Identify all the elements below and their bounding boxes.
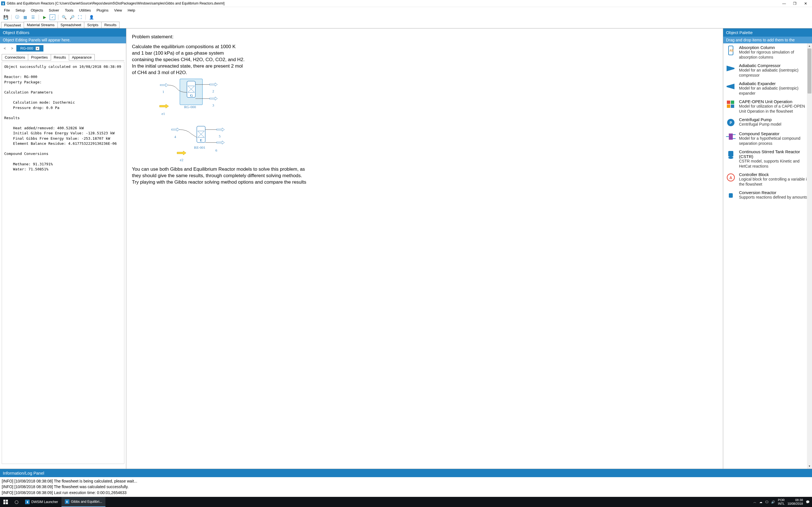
subtab-connections[interactable]: Connections (2, 54, 28, 61)
separator-icon (725, 131, 736, 142)
object-tab[interactable]: RG-000 × (16, 45, 43, 52)
controller-icon: A (725, 172, 736, 183)
scrollbar-thumb[interactable] (808, 48, 811, 94)
cstr-icon (725, 149, 736, 160)
palette-item-title: Absorption Column (739, 45, 810, 50)
menu-tools[interactable]: Tools (62, 8, 76, 13)
palette-item-title: Controller Block (739, 172, 810, 177)
menu-objects[interactable]: Objects (28, 8, 46, 13)
sliders-icon[interactable]: ☰ (30, 14, 36, 20)
flowsheet-diagram: G RG-000 1 2 3 e1 (132, 76, 234, 166)
menu-setup[interactable]: Setup (13, 8, 28, 13)
svg-rect-25 (6, 502, 8, 504)
tray-chevron-icon[interactable]: ︿ (753, 500, 756, 504)
tab-spreadsheet[interactable]: Spreadsheet (57, 22, 85, 28)
palette-item-conversion-reactor[interactable]: Conversion ReactorSupports reactions def… (723, 188, 812, 203)
object-tab-close-icon[interactable]: × (36, 47, 40, 50)
stream-arrow-icon[interactable] (216, 141, 224, 144)
pump-icon: P (725, 117, 736, 128)
tray-date[interactable]: 10/08/2018 (788, 502, 803, 506)
grid-icon[interactable]: ▦ (22, 14, 28, 20)
flowsheet-notes: You can use both Gibbs and Equilibrium R… (132, 166, 307, 186)
palette-item-desc: Model for an adiabatic (isentropic) expa… (739, 86, 810, 96)
palette-item-title: Compound Separator (739, 131, 810, 136)
palette-list[interactable]: AB Absorption ColumnModel for rigorous s… (723, 43, 812, 469)
svg-rect-23 (6, 500, 8, 502)
taskbar-app-gibbs[interactable]: ▮Gibbs and Equilibri... (61, 497, 106, 507)
subtab-results[interactable]: Results (51, 54, 69, 61)
cortana-button[interactable]: ◯ (11, 497, 22, 507)
stream-arrow-icon[interactable] (209, 97, 217, 100)
subtab-properties[interactable]: Properties (28, 54, 51, 61)
menu-file[interactable]: File (1, 8, 13, 13)
taskbar-app-dwsim-launcher[interactable]: ▮DWSIM Launcher (22, 497, 61, 507)
nav-next-button[interactable]: > (9, 45, 15, 52)
start-button[interactable] (0, 497, 11, 507)
palette-item-centrifugal-pump[interactable]: P Centrifugal PumpCentrifugal Pump model (723, 115, 812, 129)
palette-item-adiabatic-compressor[interactable]: Adiabatic CompressorModel for an adiabat… (723, 61, 812, 79)
close-button[interactable]: ✕ (800, 0, 811, 6)
tab-flowsheet[interactable]: Flowsheet (1, 22, 24, 29)
log-line: [INFO] [10/08/2018 08:38:08] The flowshe… (2, 478, 810, 484)
menu-view[interactable]: View (111, 8, 125, 13)
object-tab-label: RG-000 (20, 46, 33, 50)
palette-item-adiabatic-expander[interactable]: Adiabatic ExpanderModel for an adiabatic… (723, 79, 812, 98)
minimize-button[interactable]: — (779, 0, 790, 6)
settings-icon[interactable]: ⓘ (14, 14, 20, 20)
stream-arrow-icon[interactable] (209, 83, 217, 86)
system-tray: ︿ ☁ 🖵 🔊 POR INTL 08:38 10/08/2018 💬 (753, 498, 812, 505)
zoom-fit-icon[interactable]: ⛶ (77, 14, 83, 20)
menu-solver[interactable]: Solver (46, 8, 62, 13)
palette-item-absorption-column[interactable]: AB Absorption ColumnModel for rigorous s… (723, 43, 812, 61)
energy-stream-icon[interactable] (160, 104, 168, 108)
tab-results[interactable]: Results (101, 22, 119, 28)
tray-keyboard[interactable]: INTL (778, 502, 784, 506)
nav-prev-button[interactable]: < (2, 45, 8, 52)
stream-arrow-icon[interactable] (216, 128, 224, 131)
stream-label: 1 (162, 90, 164, 94)
results-output[interactable]: Object successfully calculated on 10/08/… (2, 62, 124, 464)
flowsheet-canvas[interactable]: Problem statement: Calculate the equilib… (126, 29, 723, 469)
palette-item-cape-open[interactable]: CAPE-OPEN Unit OperationModel for utiliz… (723, 98, 812, 115)
stream-arrow-icon[interactable] (160, 83, 168, 87)
tray-onedrive-icon[interactable]: ☁ (759, 500, 762, 504)
scroll-up-icon[interactable]: ▲ (807, 43, 812, 48)
object-editors-panel: Object Editors Object Editing Panels wil… (0, 29, 126, 469)
palette-item-desc: CSTR model, supports Kinetic and HetCat … (739, 159, 810, 169)
zoom-in-icon[interactable]: 🔍 (61, 14, 67, 20)
tray-volume-icon[interactable]: 🔊 (771, 500, 775, 504)
palette-item-cstr[interactable]: Continuous Stirred Tank Reactor (CSTR)CS… (723, 148, 812, 170)
stream-arrow-icon[interactable] (171, 128, 179, 131)
check-icon[interactable]: ✓ (50, 14, 55, 20)
maximize-button[interactable]: ❐ (790, 0, 800, 6)
palette-item-title: Continuous Stirred Tank Reactor (CSTR) (739, 149, 810, 159)
menu-help[interactable]: Help (125, 8, 138, 13)
tray-time[interactable]: 08:38 (788, 498, 803, 502)
tray-language[interactable]: POR (778, 498, 784, 502)
save-icon[interactable]: 💾 (3, 14, 8, 20)
stream-label: 4 (174, 135, 176, 139)
scroll-down-icon[interactable]: ▼ (807, 464, 812, 469)
menu-utilities[interactable]: Utilities (76, 8, 94, 13)
tray-notifications-icon[interactable]: 💬 (806, 500, 810, 504)
problem-title: Problem statement: (132, 34, 717, 40)
palette-subheader: Drag and drop items to add them to the (723, 37, 812, 43)
tab-material-streams[interactable]: Material Streams (24, 22, 57, 28)
inspector-icon[interactable]: 👤 (89, 14, 94, 20)
play-icon[interactable]: ▶ (42, 14, 47, 20)
expander-icon (725, 81, 736, 92)
palette-scrollbar[interactable]: ▲ ▼ (807, 43, 812, 469)
tab-scripts[interactable]: Scripts (84, 22, 101, 28)
palette-item-compound-separator[interactable]: Compound SeparatorModel for a hypothetic… (723, 129, 812, 148)
zoom-out-icon[interactable]: 🔎 (69, 14, 75, 20)
object-palette-panel: Object Palette Drag and drop items to ad… (723, 29, 812, 469)
column-icon: AB (725, 45, 736, 56)
tray-network-icon[interactable]: 🖵 (765, 500, 768, 504)
energy-stream-icon[interactable] (177, 151, 186, 155)
menu-plugins[interactable]: Plugins (94, 8, 111, 13)
svg-rect-10 (727, 101, 730, 104)
subtab-appearance[interactable]: Appearance (69, 54, 95, 61)
log-body[interactable]: [INFO] [10/08/2018 08:38:08] The flowshe… (0, 477, 812, 497)
palette-item-controller-block[interactable]: A Controller BlockLogical block for cont… (723, 170, 812, 188)
palette-item-title: CAPE-OPEN Unit Operation (739, 99, 810, 104)
